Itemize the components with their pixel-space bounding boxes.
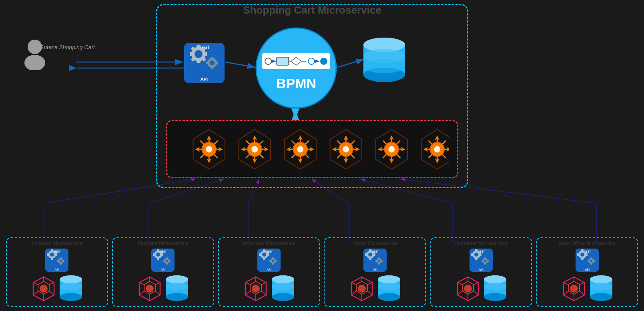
svg-rect-166 [60, 257, 62, 259]
svg-rect-314 [588, 260, 589, 262]
svg-point-217 [262, 253, 266, 257]
svg-line-205 [139, 283, 144, 285]
location-micro-content: REST [9, 248, 105, 304]
svg-line-208 [155, 291, 160, 295]
svg-point-188 [156, 253, 160, 257]
svg-text:API: API [201, 77, 208, 82]
customer-cylinder-icon [483, 274, 507, 304]
svg-line-133 [397, 140, 400, 144]
svg-point-91 [251, 146, 258, 152]
customer-microservice-title: Customer Microservice [433, 241, 529, 246]
svg-point-32 [195, 50, 203, 58]
svg-rect-168 [63, 260, 64, 262]
svg-point-299 [484, 275, 506, 283]
svg-rect-256 [375, 260, 377, 262]
svg-point-50 [265, 58, 271, 64]
svg-line-134 [383, 154, 386, 158]
svg-point-271 [378, 283, 400, 291]
svg-rect-36 [190, 52, 193, 56]
svg-rect-285 [481, 260, 483, 262]
backoffice-microservice-title: Back Office Microservice [539, 241, 635, 246]
order-cylinder-icon [377, 274, 401, 304]
database-icon [362, 36, 406, 90]
svg-rect-279 [471, 253, 473, 256]
location-cylinder-icon [59, 274, 83, 304]
svg-line-263 [351, 283, 356, 285]
svg-rect-283 [484, 263, 486, 265]
svg-rect-255 [381, 260, 383, 262]
svg-rect-254 [378, 263, 380, 265]
svg-rect-218 [263, 249, 265, 251]
svg-line-321 [564, 283, 568, 285]
svg-line-147 [428, 140, 432, 144]
svg-text:API: API [479, 268, 484, 271]
inventory-micro-content: REST [221, 248, 317, 304]
svg-rect-220 [267, 253, 269, 256]
svg-line-26 [468, 184, 596, 224]
svg-line-324 [580, 291, 584, 295]
svg-line-150 [442, 154, 446, 158]
svg-line-294 [457, 291, 462, 295]
svg-rect-198 [163, 260, 165, 262]
rest-api-icon: REST API [183, 42, 225, 84]
svg-rect-191 [161, 253, 163, 256]
svg-line-72 [200, 140, 204, 144]
svg-point-76 [206, 146, 212, 152]
svg-rect-46 [206, 62, 209, 64]
payment-bottom-icons [137, 274, 189, 304]
svg-line-179 [49, 291, 54, 295]
svg-rect-44 [211, 66, 214, 69]
svg-point-318 [570, 285, 578, 293]
svg-text:API: API [373, 268, 377, 271]
svg-line-322 [580, 283, 584, 285]
svg-rect-276 [475, 249, 477, 251]
svg-point-183 [60, 275, 82, 283]
svg-point-211 [166, 293, 188, 301]
order-micro-content: REST [327, 248, 423, 304]
svg-rect-161 [51, 258, 53, 260]
inventory-rest-api-icon: REST [257, 248, 281, 272]
svg-rect-195 [166, 257, 168, 259]
svg-rect-225 [272, 263, 274, 265]
svg-line-118 [351, 140, 355, 144]
customer-bottom-icons [455, 274, 507, 304]
customer-micro-content: REST [433, 248, 529, 304]
svg-text:API: API [55, 268, 60, 271]
svg-rect-167 [60, 263, 62, 265]
svg-point-182 [60, 293, 82, 301]
user-icon [22, 38, 48, 70]
customer-microservice-box: Customer Microservice REST [430, 237, 532, 307]
payment-microservice-title: Payment Microservice [115, 241, 211, 246]
svg-rect-219 [263, 258, 265, 260]
svg-point-270 [378, 275, 400, 283]
svg-point-329 [590, 283, 612, 291]
svg-point-194 [166, 260, 168, 262]
svg-rect-307 [586, 253, 588, 256]
svg-rect-282 [484, 257, 486, 259]
svg-line-87 [246, 140, 249, 144]
backoffice-micro-content: REST [539, 248, 635, 304]
shopping-cart-title: Shopping Cart Microservice [156, 4, 468, 16]
svg-rect-197 [169, 260, 171, 262]
location-microservice-box: Location Microservice REST [6, 237, 108, 307]
order-microservice-title: Order Microservice [327, 241, 423, 246]
svg-line-117 [337, 140, 341, 144]
svg-line-90 [260, 154, 263, 158]
svg-point-289 [464, 285, 472, 293]
order-rest-api-icon: REST [363, 248, 387, 272]
inventory-microservice-title: Inventory Microservice [221, 241, 317, 246]
svg-point-260 [358, 285, 366, 293]
svg-rect-189 [157, 249, 159, 251]
payment-microservice-box: Payment Microservice REST [112, 237, 214, 307]
svg-rect-43 [211, 57, 214, 59]
svg-line-295 [473, 291, 478, 295]
svg-point-28 [24, 55, 45, 70]
svg-rect-45 [216, 62, 218, 64]
svg-point-65 [363, 59, 405, 73]
diagram-container: Submit Shopping Cart Shopping Cart Micro… [0, 0, 644, 311]
submit-label: Submit Shopping Cart [40, 44, 95, 50]
svg-point-327 [590, 293, 612, 301]
svg-line-237 [261, 291, 266, 295]
order-graph-icon [349, 276, 375, 302]
svg-point-304 [580, 253, 584, 257]
